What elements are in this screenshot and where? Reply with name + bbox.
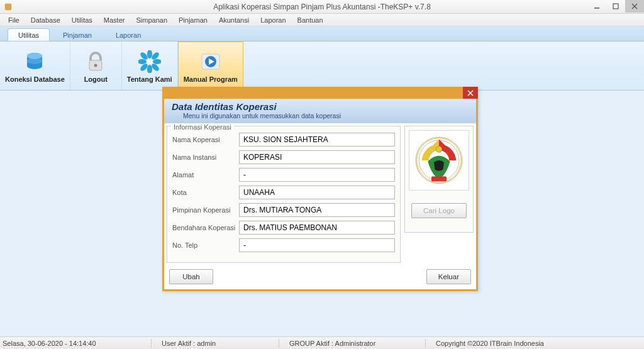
statusbar: Selasa, 30-06-2020 - 14:14:40 User Aktif… [0,336,644,349]
cari-logo-button[interactable]: Cari Logo [411,203,467,218]
dialog-identitas-koperasi: Data Identitas Koperasi Menu ini digunak… [162,87,478,291]
ubah-button[interactable]: Ubah [169,269,213,284]
group-label: Informasi Koperasi [171,123,234,131]
logo-preview [409,130,469,191]
minimize-button[interactable] [587,0,606,13]
menu-database[interactable]: Database [25,15,66,25]
status-separator [425,339,426,348]
input-nama-koperasi[interactable] [239,133,395,147]
database-icon [23,50,46,73]
ribbon-tabs: Utilitas Pinjaman Laporan [0,26,644,42]
status-group: GROUP Aktif : Administrator [289,340,415,347]
svg-rect-1 [594,8,599,9]
svg-rect-2 [613,4,618,9]
input-bendahara[interactable] [239,221,395,235]
menu-akuntansi[interactable]: Akuntansi [213,15,255,25]
app-icon [4,3,13,11]
koperasi-logo-icon [414,135,464,186]
flower-icon [138,50,161,73]
menu-simpanan[interactable]: Simpanan [130,15,173,25]
tab-pinjaman[interactable]: Pinjaman [52,28,103,41]
status-copyright: Copyright ©2020 ITBrain Indonesia [436,340,544,347]
client-area: Data Identitas Koperasi Menu ini digunak… [0,91,644,336]
dialog-title: Data Identitas Koperasi [172,101,469,112]
svg-point-11 [147,65,152,73]
menu-bantuan[interactable]: Bantuan [292,15,329,25]
dialog-titlebar[interactable] [164,89,476,99]
ribbon-label: Tentang Kami [127,75,172,83]
status-datetime: Selasa, 30-06-2020 - 14:14:40 [3,340,141,347]
label-nama-koperasi: Nama Koperasi [172,136,239,143]
menu-pinjaman[interactable]: Pinjaman [173,15,213,25]
menu-master[interactable]: Master [98,15,131,25]
label-alamat: Alamat [172,171,239,179]
dialog-body: Informasi Koperasi Nama Koperasi Nama In… [164,123,476,265]
dialog-header: Data Identitas Koperasi Menu ini digunak… [164,99,476,123]
svg-point-7 [27,53,42,59]
titlebar: Aplikasi Koperasi Simpan Pinjam Plus Aku… [0,0,644,14]
menubar: File Database Utilitas Master Simpanan P… [0,14,644,26]
tab-utilitas[interactable]: Utilitas [8,28,50,41]
keluar-button[interactable]: Keluar [426,269,471,284]
label-nama-instansi: Nama Instansi [172,153,239,161]
row-alamat: Alamat [172,168,395,182]
dialog-footer: Ubah Keluar [164,265,476,289]
ribbon-label: Logout [84,75,108,83]
svg-point-18 [147,59,152,64]
input-alamat[interactable] [239,168,395,182]
tab-laporan[interactable]: Laporan [105,28,152,41]
status-user: User Aktif : admin [162,340,269,347]
window-buttons [587,0,644,13]
play-icon [199,50,222,73]
menu-laporan[interactable]: Laporan [255,15,291,25]
restore-button[interactable] [606,0,625,13]
row-pimpinan: Pimpinan Koperasi [172,203,395,217]
input-pimpinan[interactable] [239,203,395,217]
row-no-telp: No. Telp [172,238,395,252]
row-kota: Kota [172,186,395,199]
ribbon-label: Manual Program [184,75,238,83]
ribbon-logout[interactable]: Logout [70,42,122,90]
svg-rect-0 [5,3,12,10]
svg-point-12 [138,59,147,64]
dialog-subtitle: Menu ini digunakan untuk memasukkan data… [172,112,469,119]
label-bendahara: Bendahara Koperasi [172,224,239,231]
svg-rect-23 [431,177,447,182]
svg-point-22 [436,147,442,153]
menu-utilitas[interactable]: Utilitas [66,15,98,25]
status-separator [151,339,152,348]
close-button[interactable] [625,0,644,13]
ribbon-koneksi-database[interactable]: Koneksi Database [0,42,70,90]
app-title: Aplikasi Koperasi Simpan Pinjam Plus Aku… [0,3,644,11]
row-bendahara: Bendahara Koperasi [172,221,395,235]
label-kota: Kota [172,189,239,196]
dialog-close-button[interactable] [463,87,478,99]
label-no-telp: No. Telp [172,241,239,249]
svg-point-9 [94,64,97,67]
ribbon-tentang-kami[interactable]: Tentang Kami [122,42,178,90]
input-nama-instansi[interactable] [239,150,395,164]
label-pimpinan: Pimpinan Koperasi [172,206,239,214]
ribbon-manual-program[interactable]: Manual Program [178,42,243,90]
input-no-telp[interactable] [239,238,395,252]
row-nama-koperasi: Nama Koperasi [172,133,395,147]
logo-panel: Cari Logo [404,126,474,233]
form-panel: Informasi Koperasi Nama Koperasi Nama In… [167,126,401,263]
lock-icon [84,50,107,73]
status-separator [279,339,279,348]
row-nama-instansi: Nama Instansi [172,150,395,164]
ribbon-label: Koneksi Database [5,75,65,83]
input-kota[interactable] [239,186,395,199]
ribbon-body: Koneksi Database Logout [0,42,644,91]
menu-file[interactable]: File [3,15,25,25]
svg-point-13 [153,59,161,64]
svg-point-10 [147,50,152,58]
